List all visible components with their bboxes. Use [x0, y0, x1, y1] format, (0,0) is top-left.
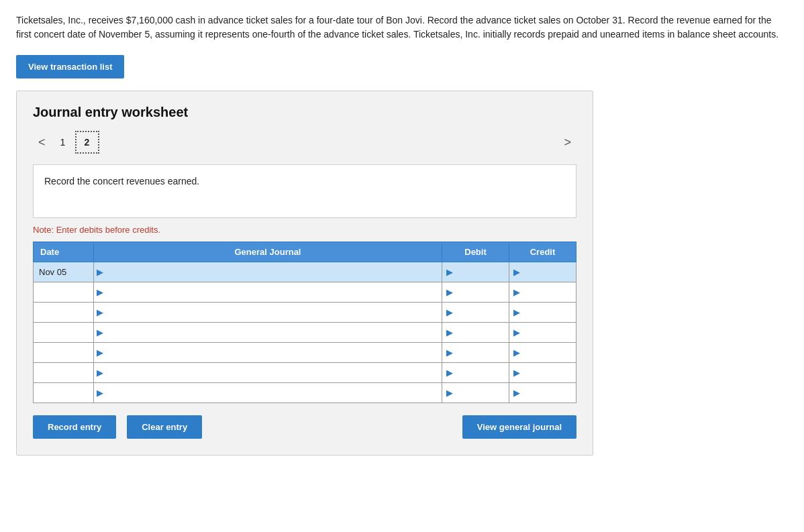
- table-row: ▶▶▶: [34, 303, 576, 323]
- debit-cell[interactable]: ▶: [442, 343, 509, 363]
- debit-arrow-icon: ▶: [446, 348, 453, 358]
- date-cell[interactable]: [34, 282, 94, 303]
- table-row: ▶▶▶: [34, 363, 576, 383]
- table-row: ▶▶▶: [34, 323, 576, 343]
- table-row: ▶▶▶: [34, 282, 576, 303]
- row-arrow-icon: ▶: [97, 267, 103, 277]
- debit-cell[interactable]: ▶: [442, 303, 509, 323]
- date-cell[interactable]: Nov 05: [34, 262, 94, 282]
- credit-cell[interactable]: ▶: [509, 262, 576, 282]
- button-row: Record entry Clear entry View general jo…: [33, 415, 576, 439]
- credit-arrow-icon: ▶: [513, 348, 520, 358]
- journal-cell[interactable]: ▶: [94, 262, 442, 282]
- tab-1[interactable]: 1: [51, 131, 75, 154]
- journal-cell[interactable]: ▶: [94, 323, 442, 343]
- debit-cell[interactable]: ▶: [442, 383, 509, 403]
- credit-arrow-icon: ▶: [513, 267, 520, 277]
- debit-arrow-icon: ▶: [446, 388, 453, 398]
- nav-left-arrow[interactable]: <: [33, 134, 51, 151]
- record-entry-button[interactable]: Record entry: [33, 415, 116, 439]
- table-row: ▶▶▶: [34, 343, 576, 363]
- debit-arrow-icon: ▶: [446, 368, 453, 378]
- debit-cell[interactable]: ▶: [442, 262, 509, 282]
- row-arrow-icon: ▶: [97, 368, 103, 378]
- credit-arrow-icon: ▶: [513, 368, 520, 378]
- credit-arrow-icon: ▶: [513, 307, 520, 317]
- header-date: Date: [34, 242, 94, 262]
- date-cell[interactable]: [34, 323, 94, 343]
- debit-arrow-icon: ▶: [446, 287, 453, 297]
- debit-cell[interactable]: ▶: [442, 363, 509, 383]
- credit-arrow-icon: ▶: [513, 388, 520, 398]
- debit-cell[interactable]: ▶: [442, 282, 509, 303]
- debit-cell[interactable]: ▶: [442, 323, 509, 343]
- row-arrow-icon: ▶: [97, 388, 103, 398]
- debit-arrow-icon: ▶: [446, 267, 453, 277]
- credit-cell[interactable]: ▶: [509, 282, 576, 303]
- table-row: ▶▶▶: [34, 383, 576, 403]
- description-text: Ticketsales, Inc., receives $7,160,000 c…: [16, 13, 781, 42]
- nav-right-arrow[interactable]: >: [558, 134, 576, 151]
- view-transaction-button[interactable]: View transaction list: [16, 55, 124, 78]
- journal-cell[interactable]: ▶: [94, 303, 442, 323]
- row-arrow-icon: ▶: [97, 348, 103, 358]
- header-credit: Credit: [509, 242, 576, 262]
- credit-cell[interactable]: ▶: [509, 323, 576, 343]
- worksheet-title: Journal entry worksheet: [33, 105, 576, 120]
- worksheet-container: Journal entry worksheet < 1 2 > Record t…: [16, 91, 593, 456]
- credit-cell[interactable]: ▶: [509, 363, 576, 383]
- note-text: Note: Enter debits before credits.: [33, 225, 576, 235]
- credit-cell[interactable]: ▶: [509, 303, 576, 323]
- date-cell[interactable]: [34, 303, 94, 323]
- header-general-journal: General Journal: [94, 242, 442, 262]
- row-arrow-icon: ▶: [97, 327, 103, 337]
- journal-table: Date General Journal Debit Credit Nov 05…: [33, 242, 576, 403]
- date-cell[interactable]: [34, 343, 94, 363]
- journal-cell[interactable]: ▶: [94, 383, 442, 403]
- date-cell[interactable]: [34, 363, 94, 383]
- credit-arrow-icon: ▶: [513, 327, 520, 337]
- journal-cell[interactable]: ▶: [94, 282, 442, 303]
- tab-navigation: < 1 2 >: [33, 131, 576, 154]
- credit-arrow-icon: ▶: [513, 287, 520, 297]
- row-arrow-icon: ▶: [97, 287, 103, 297]
- header-debit: Debit: [442, 242, 509, 262]
- tab-2[interactable]: 2: [75, 131, 99, 154]
- debit-arrow-icon: ▶: [446, 327, 453, 337]
- credit-cell[interactable]: ▶: [509, 383, 576, 403]
- clear-entry-button[interactable]: Clear entry: [127, 415, 202, 439]
- table-row: Nov 05▶▶▶: [34, 262, 576, 282]
- instruction-box: Record the concert revenues earned.: [33, 164, 576, 218]
- journal-cell[interactable]: ▶: [94, 363, 442, 383]
- table-header-row: Date General Journal Debit Credit: [34, 242, 576, 262]
- credit-cell[interactable]: ▶: [509, 343, 576, 363]
- journal-cell[interactable]: ▶: [94, 343, 442, 363]
- view-general-journal-button[interactable]: View general journal: [462, 415, 576, 439]
- row-arrow-icon: ▶: [97, 307, 103, 317]
- debit-arrow-icon: ▶: [446, 307, 453, 317]
- instruction-text: Record the concert revenues earned.: [44, 176, 199, 187]
- date-cell[interactable]: [34, 383, 94, 403]
